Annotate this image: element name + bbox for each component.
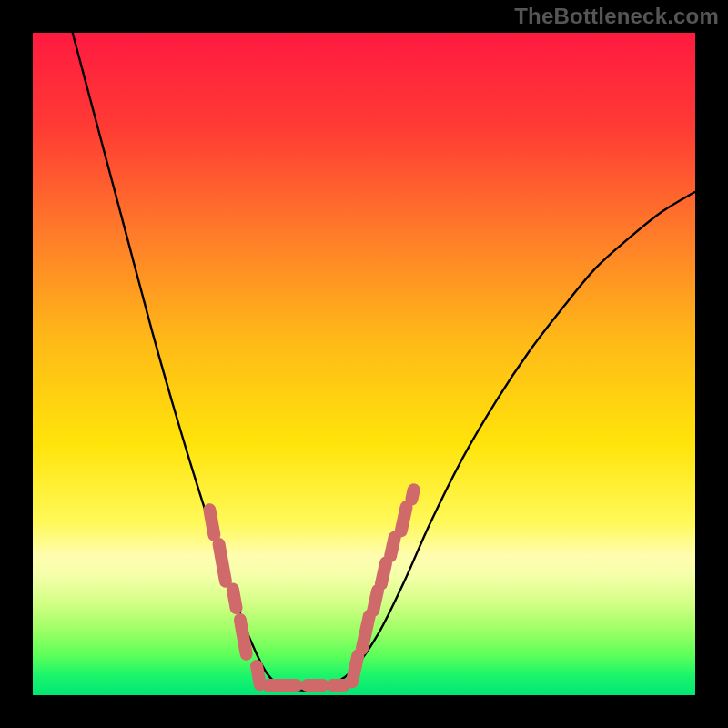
marker-right-4 (390, 538, 394, 556)
marker-right-1 (362, 616, 369, 649)
marker-right-3 (381, 562, 386, 583)
plot-area (33, 33, 695, 695)
marker-right-2 (373, 591, 378, 611)
marker-ticks (33, 33, 695, 695)
marker-left-2 (233, 590, 237, 608)
watermark-text: TheBottleneck.com (514, 4, 719, 29)
marker-right-5 (401, 507, 407, 531)
chart-root: TheBottleneck.com (0, 0, 728, 728)
marker-left-1 (219, 544, 226, 581)
marker-left-4 (257, 666, 260, 684)
marker-left-3 (240, 620, 247, 654)
marker-right-0 (352, 655, 358, 682)
marker-left-0 (209, 510, 214, 535)
marker-right-6 (411, 490, 413, 499)
